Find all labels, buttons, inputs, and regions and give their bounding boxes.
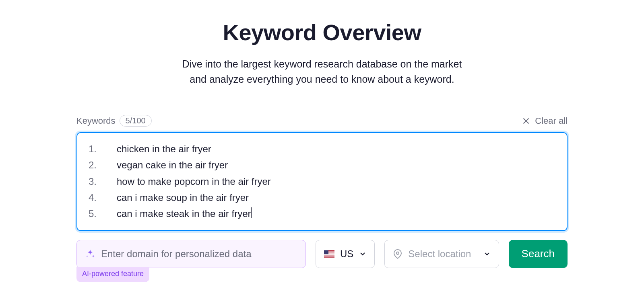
country-code-label: US: [340, 248, 353, 260]
subtitle-line-1: Dive into the largest keyword research d…: [182, 58, 462, 70]
keyword-number: 4.: [89, 190, 117, 206]
keyword-number: 5.: [89, 206, 117, 222]
ai-powered-badge: AI-powered feature: [76, 267, 149, 282]
page-title: Keyword Overview: [76, 19, 568, 45]
text-cursor: [251, 207, 252, 218]
svg-rect-7: [324, 255, 334, 256]
keyword-number: 2.: [89, 157, 117, 173]
chevron-down-icon: [359, 250, 366, 258]
keywords-textarea[interactable]: 1. chicken in the air fryer 2. vegan cak…: [76, 132, 568, 231]
close-icon: [522, 117, 530, 125]
keyword-row: 4. can i make soup in the air fryer: [89, 190, 555, 206]
page-subtitle: Dive into the largest keyword research d…: [76, 57, 568, 87]
domain-input-wrapper: Enter domain for personalized data AI-po…: [76, 240, 306, 282]
sparkle-icon: [85, 249, 95, 259]
location-placeholder: Select location: [408, 248, 477, 260]
chevron-down-icon: [483, 250, 491, 258]
country-select[interactable]: US: [316, 240, 375, 268]
domain-placeholder: Enter domain for personalized data: [101, 248, 252, 260]
keywords-count-badge: 5/100: [120, 115, 152, 127]
keyword-row: 3. how to make popcorn in the air fryer: [89, 174, 555, 190]
svg-rect-6: [324, 254, 334, 254]
search-button[interactable]: Search: [509, 240, 568, 268]
keywords-label: Keywords: [76, 116, 116, 126]
svg-rect-8: [324, 256, 334, 257]
controls-row: Enter domain for personalized data AI-po…: [76, 240, 568, 282]
us-flag-icon: [324, 250, 334, 258]
keyword-number: 3.: [89, 174, 117, 190]
keyword-row: 5. can i make steak in the air fryer: [89, 206, 555, 222]
keyword-text: can i make soup in the air fryer: [117, 190, 249, 206]
subtitle-line-2: and analyze everything you need to know …: [190, 74, 454, 85]
location-select[interactable]: Select location: [384, 240, 499, 268]
keywords-header: Keywords 5/100 Clear all: [76, 115, 568, 127]
pin-icon: [393, 249, 402, 259]
keyword-text: can i make steak in the air fryer: [117, 206, 251, 222]
keyword-text: chicken in the air fryer: [117, 141, 211, 157]
keyword-text: how to make popcorn in the air fryer: [117, 174, 271, 190]
svg-point-10: [396, 252, 399, 254]
keyword-row: 1. chicken in the air fryer: [89, 141, 555, 157]
clear-all-button[interactable]: Clear all: [522, 116, 568, 126]
domain-input[interactable]: Enter domain for personalized data: [76, 240, 306, 268]
keyword-row: 2. vegan cake in the air fryer: [89, 157, 555, 173]
svg-rect-9: [324, 250, 328, 254]
clear-all-label: Clear all: [535, 116, 568, 126]
keywords-label-group: Keywords 5/100: [76, 115, 152, 127]
keyword-number: 1.: [89, 141, 117, 157]
keyword-text: vegan cake in the air fryer: [117, 157, 228, 173]
